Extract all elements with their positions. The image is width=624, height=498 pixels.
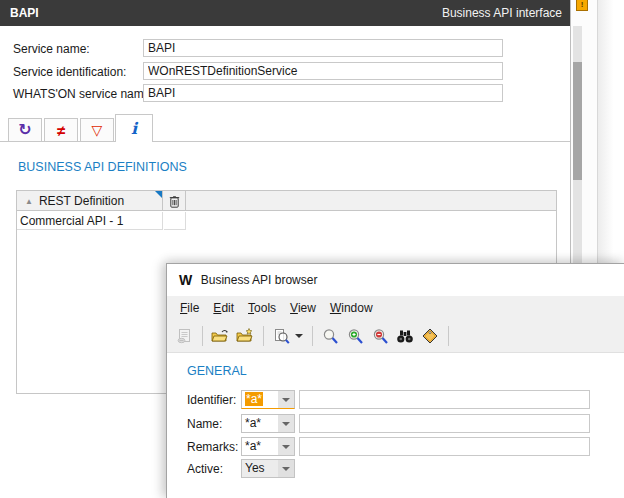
bapi-titlebar[interactable]: BAPI Business API interface [0, 0, 570, 26]
trash-icon [169, 195, 180, 208]
tab-bar: ↻ ≠ ▽ i [0, 114, 570, 142]
open-folder-button[interactable] [208, 324, 232, 348]
refresh-icon: ↻ [18, 122, 31, 138]
service-identification-row: Service identification: [0, 62, 570, 81]
identifier-combo-dropdown[interactable] [278, 391, 294, 408]
remarks-row: Remarks: *a* [187, 437, 617, 456]
window-title: BAPI [10, 6, 39, 20]
name-combo-value: *a* [242, 415, 278, 432]
zoom-out-icon [372, 328, 389, 345]
section-title-business-api-definitions: BUSINESS API DEFINITIONS [18, 160, 187, 174]
service-name-row: Service name: [0, 39, 570, 58]
filter-corner-icon [155, 191, 162, 198]
tab-not-equal[interactable]: ≠ [44, 118, 78, 141]
zoom-button[interactable] [318, 324, 342, 348]
name-combo-dropdown[interactable] [278, 415, 294, 432]
menu-window[interactable]: Window [330, 301, 373, 315]
triangle-down-icon: ▽ [92, 123, 103, 137]
cell-delete[interactable] [164, 212, 186, 230]
tag-icon [422, 328, 438, 344]
service-name-input[interactable] [143, 39, 503, 57]
warning-icon: ! [576, 0, 588, 11]
identifier-label: Identifier: [187, 393, 236, 407]
column-header-rest-definition[interactable]: ▲ REST Definition [17, 191, 163, 211]
name-combo[interactable]: *a* [241, 414, 295, 433]
zoom-in-icon [347, 328, 364, 345]
not-equal-icon: ≠ [57, 123, 65, 138]
chevron-down-icon [282, 445, 290, 449]
identifier-row: Identifier: *a* [187, 390, 617, 409]
name-row: Name: *a* [187, 414, 617, 433]
service-identification-label: Service identification: [13, 65, 126, 79]
toolbar-separator [448, 326, 449, 346]
remarks-label: Remarks: [187, 440, 238, 454]
remarks-combo-dropdown[interactable] [278, 438, 294, 455]
chevron-down-icon [282, 467, 290, 471]
remarks-input[interactable] [299, 437, 590, 456]
binoculars-icon [396, 329, 414, 344]
background-scrollbar[interactable] [573, 26, 582, 263]
tab-underline [0, 141, 570, 142]
info-icon: i [131, 121, 137, 137]
identifier-input[interactable] [299, 390, 590, 409]
toolbar-separator [202, 326, 203, 346]
menu-bar: File Edit Tools View Window [167, 296, 624, 320]
tab-refresh[interactable]: ↻ [8, 118, 42, 141]
active-label: Active: [187, 462, 223, 476]
menu-file[interactable]: File [180, 301, 199, 315]
browser-titlebar[interactable]: W Business API browser [167, 264, 624, 296]
toolbar [167, 320, 624, 353]
service-name-label: Service name: [13, 42, 90, 56]
chevron-down-icon [282, 398, 290, 402]
find-document-icon [273, 328, 290, 345]
active-combo-value: Yes [242, 460, 278, 477]
window-edge-line [570, 0, 571, 263]
find-button[interactable] [393, 324, 417, 348]
menu-view[interactable]: View [290, 301, 316, 315]
active-row: Active: Yes [187, 459, 617, 478]
browser-window: W Business API browser File Edit Tools V… [166, 263, 624, 498]
whatson-service-name-input[interactable] [143, 84, 503, 102]
toolbar-separator [312, 326, 313, 346]
grid-header: ▲ REST Definition [17, 191, 556, 211]
whatson-service-name-label: WHATS'ON service name: [13, 87, 154, 101]
toolbar-separator [263, 326, 264, 346]
menu-tools[interactable]: Tools [248, 301, 276, 315]
zoom-in-button[interactable] [343, 324, 367, 348]
open-folder-new-icon [236, 328, 254, 344]
name-input[interactable] [299, 414, 590, 433]
background-gradient [598, 0, 624, 263]
menu-edit[interactable]: Edit [213, 301, 234, 315]
remarks-combo[interactable]: *a* [241, 437, 295, 456]
tag-button[interactable] [418, 324, 442, 348]
identifier-combo[interactable]: *a* [241, 390, 295, 409]
sort-ascending-icon: ▲ [25, 197, 33, 206]
identifier-combo-value: *a* [245, 392, 263, 406]
zoom-out-button[interactable] [368, 324, 392, 348]
tab-triangle[interactable]: ▽ [80, 118, 114, 141]
service-identification-input[interactable] [143, 62, 503, 80]
column-header-delete[interactable] [164, 191, 186, 211]
active-combo-dropdown[interactable] [278, 460, 294, 477]
chevron-down-icon [282, 422, 290, 426]
name-label: Name: [187, 417, 222, 431]
section-title-general: GENERAL [187, 364, 247, 378]
remarks-combo-value: *a* [242, 438, 278, 455]
whatson-logo-icon: W [179, 272, 191, 288]
properties-button [172, 324, 196, 348]
background-divider-line [597, 0, 598, 263]
screen: ! BAPI Business API interface Service na… [0, 0, 624, 498]
zoom-icon [322, 328, 339, 345]
find-document-dropdown-icon[interactable] [295, 334, 303, 338]
window-subtitle: Business API interface [442, 6, 562, 20]
properties-icon [176, 328, 192, 344]
active-combo[interactable]: Yes [241, 459, 295, 478]
whatson-service-name-row: WHATS'ON service name: [0, 84, 570, 103]
find-document-button[interactable] [269, 324, 293, 348]
scrollbar-thumb[interactable] [573, 62, 582, 180]
open-folder-new-button[interactable] [233, 324, 257, 348]
cell-rest-definition[interactable]: Commercial API - 1 [17, 212, 163, 230]
table-row[interactable]: Commercial API - 1 [17, 212, 556, 230]
tab-info[interactable]: i [115, 114, 153, 142]
open-folder-icon [211, 328, 229, 344]
